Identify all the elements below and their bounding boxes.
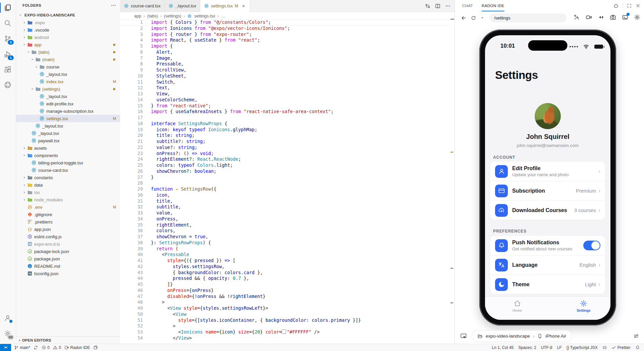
reload-caret-icon[interactable]	[480, 15, 485, 20]
tree-item-package-json[interactable]: JSpackage.json	[16, 255, 120, 262]
settings-row-theme[interactable]: Theme Light›	[490, 274, 605, 294]
settings-row-downloaded-courses[interactable]: Downloaded Courses 3 courses›	[490, 200, 605, 220]
tree-item--layout-tsx[interactable]: _layout.tsx	[16, 93, 120, 100]
tree-item-components[interactable]: ›components	[16, 152, 120, 159]
settings-row-edit-profile[interactable]: Edit ProfileUpdate your name and photo ›	[490, 162, 605, 181]
tree-item-package-lock-json[interactable]: JSpackage-lock.json	[16, 248, 120, 255]
status-copilot[interactable]	[601, 344, 609, 351]
breadcrumb-item[interactable]: (tabs)	[147, 14, 158, 18]
debug-console-icon[interactable]	[621, 13, 629, 22]
breadcrumb-item[interactable]: (settings)	[164, 14, 181, 18]
status-warnings[interactable]: 0	[51, 344, 63, 351]
breadcrumb-item[interactable]: …	[221, 14, 226, 18]
open-changes-icon[interactable]	[425, 3, 430, 9]
tree-item-expo-video-landscape[interactable]: ›EXPO-VIDEO-LANDSCAPE	[16, 11, 120, 19]
status-encoding[interactable]: UTF-8	[539, 344, 554, 351]
activity-extensions[interactable]	[0, 62, 15, 77]
device-screen[interactable]: 10:01 Settings John Squirrel john.squirr…	[485, 35, 610, 320]
toggle-push-notifications[interactable]	[583, 241, 600, 250]
activity-search[interactable]	[0, 15, 15, 31]
close-tab-icon[interactable]: ×	[241, 3, 246, 9]
breadcrumb[interactable]: app›(tabs)›(settings)›settings.tsx›…	[120, 12, 454, 20]
close-icon[interactable]	[636, 3, 640, 8]
tree-item-manage-subscription-tsx[interactable]: manage-subscription.tsx	[16, 107, 120, 115]
tree-item--layout-tsx[interactable]: _layout.tsx	[16, 122, 120, 130]
tree-item--main-[interactable]: ›(main)	[16, 56, 120, 63]
activity-manage-settings[interactable]: DE	[0, 326, 15, 341]
tree-item-billing-period-toggle-tsx[interactable]: billing-period-toggle.tsx	[16, 159, 120, 166]
status-eol[interactable]: LF	[555, 344, 564, 351]
maximize-icon[interactable]	[627, 3, 632, 8]
inspect-pointer-icon[interactable]	[460, 333, 467, 340]
tab-radon-ide[interactable]: RADON IDE	[482, 0, 504, 11]
record-video-icon[interactable]	[585, 13, 593, 22]
activity-source-control[interactable]: 3	[0, 31, 15, 46]
tab-home[interactable]: Home	[513, 300, 522, 312]
tree-item-index-tsx[interactable]: index.tsxM	[16, 78, 120, 85]
settings-row-push-notifications[interactable]: Push NotificationsGet notified about new…	[490, 236, 605, 255]
open-editors-section[interactable]: › OPEN EDITORS	[16, 336, 120, 344]
status-editor-layout[interactable]	[92, 344, 100, 351]
status-sync[interactable]	[32, 344, 40, 351]
tree-item-readme-md[interactable]: iREADME.md	[16, 262, 120, 270]
device-settings-icon[interactable]	[633, 13, 641, 22]
activity-explorer[interactable]	[0, 0, 15, 15]
activity-run-debug[interactable]: 1	[0, 46, 15, 62]
power-icon[interactable]	[613, 3, 619, 8]
tree-item-ios[interactable]: ›ios	[16, 189, 120, 196]
editor-tab--layout-tsx[interactable]: _layout.tsx	[165, 0, 200, 12]
tree-item--env[interactable]: .envM	[16, 203, 120, 211]
back-icon[interactable]	[460, 14, 467, 21]
tab-settings[interactable]: Settings	[577, 300, 590, 312]
status-notifications[interactable]	[634, 344, 642, 351]
tree-item--expo[interactable]: ›.expo	[16, 19, 120, 26]
tree-item-expo-env-d-ts[interactable]: TSexpo-env.d.ts	[16, 240, 120, 248]
code-editor[interactable]: 1import { Colors } from "@/constants/Col…	[120, 19, 449, 344]
tree-item-data[interactable]: ›data	[16, 181, 120, 189]
status-indentation[interactable]: Spaces: 2	[517, 344, 538, 351]
screenshot-icon[interactable]	[609, 13, 617, 22]
tree-item-app-json[interactable]: {}app.json	[16, 225, 120, 233]
tree-item-edit-profile-tsx[interactable]: edit-profile.tsx	[16, 100, 120, 107]
remote-indicator[interactable]: ><	[0, 344, 11, 351]
status-git-branch[interactable]: main*	[12, 344, 32, 351]
tree-item--prettierrc[interactable]: .prettierrc	[16, 218, 120, 225]
tree-item-tsconfig-json[interactable]: TStsconfig.json	[16, 270, 120, 277]
status-language-mode[interactable]: {} TypeScript JSX	[565, 344, 599, 351]
tree-item-eslint-config-js[interactable]: eslint.config.js	[16, 233, 120, 240]
tree-item-constants[interactable]: ›constants	[16, 174, 120, 181]
split-editor-icon[interactable]	[435, 3, 440, 9]
dev-tools-icon[interactable]	[573, 13, 581, 22]
settings-row-language[interactable]: Language English›	[490, 255, 605, 274]
tree-item--gitignore[interactable]: .gitignore	[16, 211, 120, 218]
overview-ruler[interactable]	[449, 0, 454, 344]
route-input[interactable]: /settings	[489, 13, 567, 22]
activity-accounts[interactable]	[0, 310, 15, 326]
tree-item-node-modules[interactable]: ›node_modules	[16, 196, 120, 203]
avatar[interactable]	[535, 103, 561, 129]
tree-item--layout-tsx[interactable]: _layout.tsx	[16, 130, 120, 137]
device-selector[interactable]: expo-video-landscape › iPhone Air	[472, 330, 572, 342]
status-errors[interactable]: 0	[40, 344, 51, 351]
settings-row-subscription[interactable]: Subscription Premium›	[490, 181, 605, 200]
editor-tab-course-card-tsx[interactable]: course-card.tsx	[120, 0, 165, 12]
activity-github[interactable]	[0, 77, 15, 93]
tree-item--layout-tsx[interactable]: _layout.tsx	[16, 70, 120, 78]
tree-item-paywall-tsx[interactable]: paywall.tsx	[16, 137, 120, 144]
status-prettier[interactable]: Prettier	[610, 344, 632, 351]
tree-item--vscode[interactable]: ›.vscode	[16, 26, 120, 34]
sliders-icon[interactable]	[633, 333, 639, 339]
tree-item-course[interactable]: ›course	[16, 63, 120, 70]
replay-icon[interactable]	[597, 13, 605, 22]
breadcrumb-item[interactable]: app	[134, 14, 141, 18]
tree-item--tabs-[interactable]: ›(tabs)	[16, 48, 120, 56]
editor-tab-settings-tsx[interactable]: settings.tsx M ×	[200, 0, 250, 12]
tree-item-settings-tsx[interactable]: settings.tsxM	[16, 115, 120, 122]
sidebar-more-icon[interactable]: ⋯	[111, 2, 116, 8]
tree-item-app[interactable]: ›app	[16, 41, 120, 48]
tree-item-android[interactable]: ›android	[16, 34, 120, 41]
tree-item-course-card-tsx[interactable]: course-card.tsx	[16, 166, 120, 174]
tree-item-assets[interactable]: ›assets	[16, 144, 120, 152]
reload-icon[interactable]	[470, 15, 477, 21]
tab-chat[interactable]: CHAT	[462, 0, 473, 11]
